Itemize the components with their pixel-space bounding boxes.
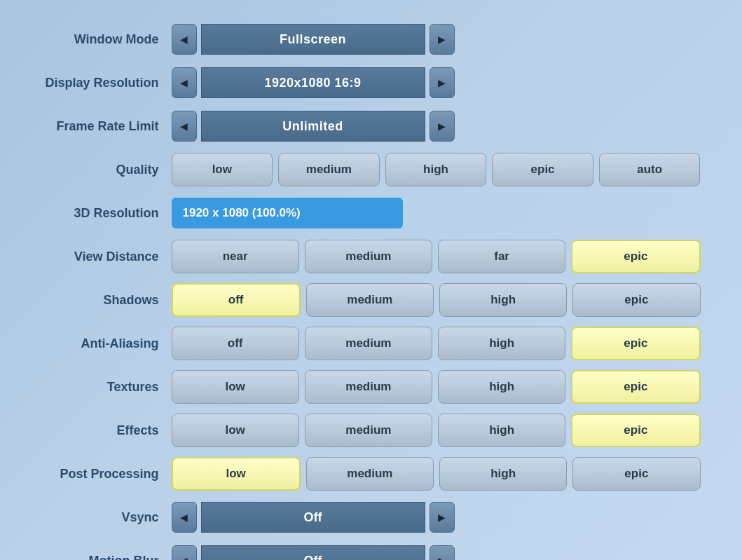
setting-row-view-distance: View Distancenearmediumfarepic xyxy=(42,238,701,275)
controls-window-mode: ◀Fullscreen▶ xyxy=(172,24,701,55)
options-quality: lowmediumhighepicauto xyxy=(172,153,701,186)
arrow-right-window-mode[interactable]: ▶ xyxy=(430,24,455,55)
option-post-processing-high[interactable]: high xyxy=(439,457,567,491)
option-textures-epic[interactable]: epic xyxy=(571,370,700,404)
settings-container: Window Mode◀Fullscreen▶Display Resolutio… xyxy=(28,0,715,560)
option-quality-epic[interactable]: epic xyxy=(492,153,593,186)
options-post-processing: lowmediumhighepic xyxy=(172,457,701,491)
option-quality-high[interactable]: high xyxy=(385,153,487,186)
setting-row-anti-aliasing: Anti-Aliasingoffmediumhighepic xyxy=(42,325,701,362)
arrow-left-window-mode[interactable]: ◀ xyxy=(172,24,197,55)
controls-post-processing: lowmediumhighepic xyxy=(172,457,701,491)
value-window-mode: Fullscreen xyxy=(201,24,425,55)
arrow-left-vsync[interactable]: ◀ xyxy=(172,502,197,533)
label-textures: Textures xyxy=(42,380,172,395)
label-vsync: Vsync xyxy=(42,510,172,525)
option-effects-high[interactable]: high xyxy=(438,414,565,447)
label-post-processing: Post Processing xyxy=(42,467,172,482)
options-anti-aliasing: offmediumhighepic xyxy=(172,327,701,360)
option-quality-medium[interactable]: medium xyxy=(278,153,380,186)
label-motion-blur: Motion Blur xyxy=(42,554,172,561)
controls-shadows: offmediumhighepic xyxy=(172,283,701,317)
option-anti-aliasing-epic[interactable]: epic xyxy=(571,327,700,360)
option-textures-low[interactable]: low xyxy=(172,370,299,404)
setting-row-effects: Effectslowmediumhighepic xyxy=(42,412,701,449)
label-display-resolution: Display Resolution xyxy=(42,76,172,90)
value-motion-blur: Off xyxy=(201,545,425,560)
label-window-mode: Window Mode xyxy=(42,32,172,47)
value-frame-rate-limit: Unlimited xyxy=(201,111,425,142)
setting-row-frame-rate-limit: Frame Rate Limit◀Unlimited▶ xyxy=(42,108,701,144)
options-shadows: offmediumhighepic xyxy=(172,283,701,317)
arrow-left-display-resolution[interactable]: ◀ xyxy=(172,67,197,98)
option-shadows-off[interactable]: off xyxy=(172,283,301,317)
setting-row-post-processing: Post Processinglowmediumhighepic xyxy=(42,456,701,492)
controls-quality: lowmediumhighepicauto xyxy=(172,153,701,186)
option-effects-medium[interactable]: medium xyxy=(305,414,432,447)
option-view-distance-near[interactable]: near xyxy=(172,240,299,273)
arrow-right-vsync[interactable]: ▶ xyxy=(430,502,455,533)
option-post-processing-low[interactable]: low xyxy=(172,457,301,491)
option-quality-low[interactable]: low xyxy=(172,153,273,186)
value-vsync: Off xyxy=(201,502,425,533)
controls-anti-aliasing: offmediumhighepic xyxy=(172,327,701,360)
controls-effects: lowmediumhighepic xyxy=(172,414,701,447)
setting-row-display-resolution: Display Resolution◀1920x1080 16:9▶ xyxy=(42,64,701,101)
label-3d-resolution: 3D Resolution xyxy=(42,206,172,221)
controls-view-distance: nearmediumfarepic xyxy=(172,240,701,273)
controls-vsync: ◀Off▶ xyxy=(172,502,701,533)
option-shadows-epic[interactable]: epic xyxy=(572,283,700,317)
option-textures-medium[interactable]: medium xyxy=(305,370,432,404)
label-anti-aliasing: Anti-Aliasing xyxy=(42,336,172,351)
controls-frame-rate-limit: ◀Unlimited▶ xyxy=(172,111,701,142)
setting-row-textures: Textureslowmediumhighepic xyxy=(42,369,701,405)
option-textures-high[interactable]: high xyxy=(438,370,565,404)
arrow-right-motion-blur[interactable]: ▶ xyxy=(430,545,455,560)
label-quality: Quality xyxy=(42,163,172,177)
option-shadows-high[interactable]: high xyxy=(439,283,567,317)
option-post-processing-medium[interactable]: medium xyxy=(306,457,434,491)
setting-row-shadows: Shadowsoffmediumhighepic xyxy=(42,282,701,318)
arrow-right-display-resolution[interactable]: ▶ xyxy=(430,67,455,98)
option-shadows-medium[interactable]: medium xyxy=(306,283,434,317)
option-anti-aliasing-medium[interactable]: medium xyxy=(305,327,432,360)
dropdown-3d-resolution[interactable]: 1920 x 1080 (100.0%) xyxy=(172,198,403,228)
setting-row-motion-blur: Motion Blur◀Off▶ xyxy=(42,542,701,560)
label-effects: Effects xyxy=(42,423,172,438)
label-shadows: Shadows xyxy=(42,293,172,308)
option-view-distance-medium[interactable]: medium xyxy=(305,240,432,273)
controls-3d-resolution: 1920 x 1080 (100.0%) xyxy=(172,198,701,228)
setting-row-window-mode: Window Mode◀Fullscreen▶ xyxy=(42,21,701,57)
arrow-left-motion-blur[interactable]: ◀ xyxy=(172,545,197,560)
setting-row-vsync: Vsync◀Off▶ xyxy=(42,499,701,535)
option-view-distance-epic[interactable]: epic xyxy=(571,240,700,273)
option-effects-epic[interactable]: epic xyxy=(571,414,700,447)
controls-display-resolution: ◀1920x1080 16:9▶ xyxy=(172,67,701,98)
label-frame-rate-limit: Frame Rate Limit xyxy=(42,119,172,134)
label-view-distance: View Distance xyxy=(42,250,172,264)
arrow-right-frame-rate-limit[interactable]: ▶ xyxy=(430,111,455,142)
value-display-resolution: 1920x1080 16:9 xyxy=(201,67,425,98)
options-view-distance: nearmediumfarepic xyxy=(172,240,701,273)
setting-row-quality: Qualitylowmediumhighepicauto xyxy=(42,151,701,188)
controls-textures: lowmediumhighepic xyxy=(172,370,701,404)
option-anti-aliasing-off[interactable]: off xyxy=(172,327,299,360)
option-effects-low[interactable]: low xyxy=(172,414,299,447)
arrow-left-frame-rate-limit[interactable]: ◀ xyxy=(172,111,197,142)
setting-row-3d-resolution: 3D Resolution1920 x 1080 (100.0%) xyxy=(42,195,701,231)
option-quality-auto[interactable]: auto xyxy=(599,153,701,186)
option-view-distance-far[interactable]: far xyxy=(438,240,565,273)
options-effects: lowmediumhighepic xyxy=(172,414,701,447)
controls-motion-blur: ◀Off▶ xyxy=(172,545,701,560)
options-textures: lowmediumhighepic xyxy=(172,370,701,404)
option-anti-aliasing-high[interactable]: high xyxy=(438,327,565,360)
option-post-processing-epic[interactable]: epic xyxy=(572,457,700,491)
